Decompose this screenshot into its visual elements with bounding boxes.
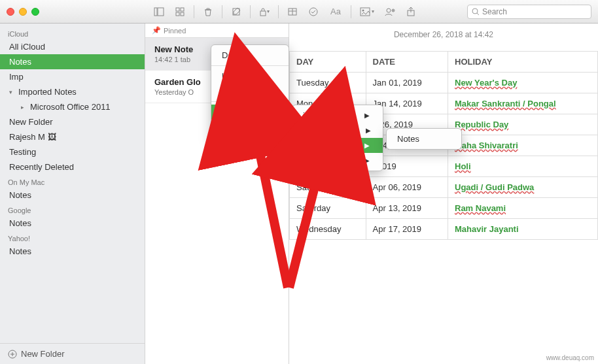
- svg-rect-5: [181, 12, 184, 16]
- new-folder-label: New Folder: [21, 349, 64, 359]
- sidebar-item[interactable]: Rajesh M 🖼: [0, 129, 145, 144]
- toolbar: ▾ Aa ▾: [149, 4, 421, 20]
- menu-item[interactable]: Unpin Note: [211, 69, 289, 84]
- close-window-button[interactable]: [7, 8, 14, 16]
- sidebar-item[interactable]: Imp: [0, 69, 145, 84]
- holiday-link[interactable]: Holi: [455, 161, 471, 171]
- cell-day: Tuesday: [290, 73, 366, 93]
- table-button[interactable]: [283, 4, 302, 20]
- sidebar: iCloudAll iCloudNotesImp▾Imported Notes▸…: [0, 24, 145, 364]
- table-row: TuesdayJan 01, 2019New Year's Day: [290, 73, 598, 93]
- sidebar-item[interactable]: Notes: [0, 244, 145, 259]
- svg-rect-0: [154, 8, 157, 16]
- menu-item-label: Delete: [222, 50, 247, 60]
- disclosure-icon: ▸: [21, 104, 27, 110]
- sidebar-item-label: Notes: [9, 190, 31, 200]
- pinned-label: Pinned: [164, 27, 186, 35]
- cell-date: Apr 13, 2019: [366, 198, 448, 219]
- sidebar-item-label: Imported Notes: [18, 87, 77, 97]
- menu-item-label: Unpin Note: [222, 71, 264, 81]
- holiday-link[interactable]: Maha Shivaratri: [455, 141, 518, 150]
- compose-button[interactable]: [226, 4, 246, 20]
- menu-separator: [211, 122, 289, 123]
- cell-holiday: Mahavir Jayanti: [448, 219, 598, 240]
- google-submenu: Notes: [386, 128, 462, 150]
- holiday-link[interactable]: Ugadi / Gudi Padwa: [455, 182, 534, 192]
- sidebar-item[interactable]: Recently Deleted: [0, 159, 145, 174]
- menu-item[interactable]: New te: [211, 125, 289, 141]
- checklist-button[interactable]: [304, 4, 323, 20]
- disclosure-icon: ▾: [9, 89, 16, 95]
- sidebar-item[interactable]: Notes: [0, 216, 145, 231]
- cell-day: Saturday: [290, 198, 366, 219]
- share-button[interactable]: [401, 4, 421, 20]
- holiday-link: Mahavir Jayanti: [455, 224, 519, 234]
- menu-item-label: Yahoo!: [303, 156, 329, 165]
- sidebar-item-label: Recently Deleted: [9, 162, 74, 172]
- svg-rect-7: [260, 11, 266, 16]
- chevron-right-icon: ▶: [364, 112, 370, 119]
- grid-view-button[interactable]: [170, 4, 190, 20]
- menu-item-label: iCloud: [303, 110, 327, 120]
- context-menu: DeleteUnpin NoteLock NoteMove to▶New te: [211, 44, 289, 144]
- minimize-window-button[interactable]: [19, 8, 27, 16]
- cell-date: Apr 17, 2019: [366, 219, 448, 240]
- search-icon: [472, 8, 480, 16]
- note-date: December 26, 2018 at 14:42: [289, 24, 598, 51]
- sidebar-item[interactable]: ▸Microsoft Office 2011: [0, 99, 145, 114]
- sidebar-item[interactable]: New Folder: [0, 114, 145, 129]
- menu-item[interactable]: Lock Note: [211, 84, 289, 99]
- pin-icon: 📌: [152, 26, 161, 35]
- sidebar-item-label: Notes: [9, 218, 31, 228]
- sidebar-item-label: Testing: [9, 147, 36, 157]
- holiday-link[interactable]: New Year's Day: [455, 78, 517, 88]
- chevron-right-icon: ▶: [364, 142, 370, 149]
- menu-item-label: On My Mac: [303, 125, 346, 135]
- menu-item-label: New te: [222, 128, 248, 138]
- fullscreen-window-button[interactable]: [31, 8, 39, 16]
- media-button[interactable]: ▾: [355, 4, 379, 20]
- svg-rect-3: [181, 8, 184, 11]
- list-view-button[interactable]: [149, 4, 169, 20]
- lock-button[interactable]: ▾: [255, 4, 274, 20]
- svg-rect-4: [176, 12, 179, 16]
- sidebar-section-title: Yahoo!: [0, 231, 145, 244]
- chevron-right-icon: ▶: [272, 108, 277, 116]
- cell-date: Apr 06, 2019: [366, 177, 448, 198]
- chevron-right-icon: ▶: [366, 127, 371, 134]
- cell-day: Saturday: [290, 177, 366, 198]
- table-row: WednesdayApr 17, 2019Mahavir Jayanti: [290, 219, 598, 240]
- collaborate-button[interactable]: [380, 4, 400, 20]
- col-day: DAY: [290, 52, 366, 73]
- sidebar-item[interactable]: Notes: [0, 188, 145, 203]
- menu-item[interactable]: iCloud▶: [292, 108, 383, 123]
- col-holiday: HOLIDAY: [448, 52, 598, 73]
- search-placeholder: Search: [482, 7, 507, 16]
- holiday-link[interactable]: Makar Sankranti / Pongal: [455, 99, 556, 108]
- sidebar-item[interactable]: All iCloud: [0, 39, 145, 54]
- sidebar-item[interactable]: Notes: [0, 54, 145, 69]
- svg-point-13: [362, 9, 364, 11]
- search-input[interactable]: Search: [467, 5, 591, 19]
- trash-button[interactable]: [198, 4, 218, 20]
- menu-item[interactable]: Delete: [211, 48, 289, 63]
- sidebar-item[interactable]: Testing: [0, 144, 145, 159]
- menu-item[interactable]: Google▶: [292, 138, 383, 153]
- svg-point-14: [387, 8, 391, 12]
- holiday-link[interactable]: Ram Navami: [455, 203, 506, 213]
- new-folder-button[interactable]: New Folder: [0, 343, 145, 364]
- titlebar: ▾ Aa ▾ Search: [0, 0, 598, 24]
- format-button[interactable]: Aa: [325, 4, 347, 20]
- menu-item-label: Notes: [397, 134, 419, 144]
- menu-item[interactable]: On My Mac▶: [292, 123, 383, 138]
- col-date: DATE: [366, 52, 448, 73]
- menu-item-label: Move to: [222, 107, 252, 117]
- svg-rect-12: [361, 8, 370, 16]
- menu-item[interactable]: Move to▶: [211, 105, 289, 120]
- menu-item[interactable]: Notes: [387, 131, 461, 146]
- sidebar-item[interactable]: ▾Imported Notes: [0, 84, 145, 99]
- watermark: www.deuaq.com: [546, 354, 594, 361]
- holiday-link[interactable]: Republic Day: [455, 120, 508, 129]
- menu-item[interactable]: Yahoo!▶: [292, 153, 383, 168]
- sidebar-item-label: Notes: [9, 246, 31, 256]
